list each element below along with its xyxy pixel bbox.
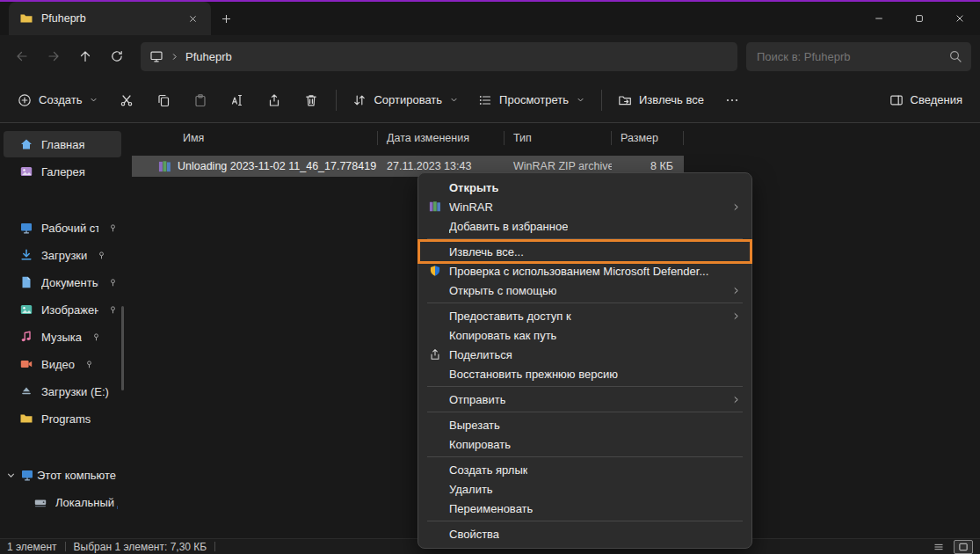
sidebar-item-label: Локальный ди	[55, 496, 118, 509]
sidebar-item-label: Этот компьюте	[37, 469, 116, 482]
sidebar-item-pictures[interactable]: Изображени	[4, 296, 121, 323]
back-button[interactable]	[7, 41, 37, 71]
command-bar: Создать	[0, 77, 980, 123]
extract-all-label: Извлечь все	[639, 93, 704, 106]
paste-button[interactable]	[183, 84, 218, 116]
sidebar-item-gallery[interactable]: Галерея	[4, 158, 121, 185]
context-menu: Открыть WinRAR Добавить в избранное Извл…	[417, 172, 752, 549]
search-icon	[948, 49, 962, 63]
rename-button[interactable]	[220, 84, 255, 116]
new-button[interactable]: Создать	[9, 84, 107, 116]
sidebar-item-downloads[interactable]: Загрузки	[4, 242, 121, 268]
this-pc-icon	[20, 468, 34, 482]
sidebar-item-documents[interactable]: Документы	[4, 269, 121, 295]
menu-item-label: Проверка с использованием Microsoft Defe…	[449, 265, 708, 278]
tab-close-button[interactable]	[181, 8, 204, 29]
view-list-icon	[478, 93, 492, 107]
sort-button[interactable]: Сортировать	[344, 84, 468, 116]
column-header-date[interactable]: Дата изменения	[378, 127, 505, 149]
menu-item-copy-as-path[interactable]: Копировать как путь	[418, 325, 751, 345]
sidebar-item-local-disk[interactable]: Локальный ди	[4, 489, 121, 515]
share-button[interactable]	[257, 84, 292, 116]
menu-item-create-shortcut[interactable]: Создать ярлык	[418, 460, 751, 479]
column-header-name[interactable]: Имя	[132, 127, 378, 149]
status-separator	[214, 542, 215, 551]
window-controls	[859, 2, 980, 35]
forward-arrow-icon	[47, 49, 61, 63]
status-separator	[65, 542, 66, 551]
details-view-button[interactable]	[929, 540, 948, 554]
chevron-down-icon	[89, 95, 98, 105]
sidebar-item-this-pc[interactable]: Этот компьюте	[4, 462, 121, 488]
sidebar-item-desktop[interactable]: Рабочий сто	[4, 215, 121, 241]
sidebar-item-videos[interactable]: Видео	[4, 351, 121, 377]
menu-item-scan-with-defender[interactable]: Проверка с использованием Microsoft Defe…	[418, 261, 751, 281]
menu-item-copy[interactable]: Копировать	[418, 434, 751, 454]
file-type: WinRAR ZIP archive	[505, 160, 612, 172]
downloads-icon	[19, 248, 33, 262]
menu-item-send-to[interactable]: Отправить	[418, 390, 751, 409]
documents-icon	[19, 275, 33, 289]
maximize-button[interactable]	[899, 2, 940, 35]
file-name-cell: Unloading 2023-11-02 11_46_17.778419	[132, 160, 378, 173]
menu-item-properties[interactable]: Свойства	[418, 524, 751, 543]
menu-item-give-access-to[interactable]: Предоставить доступ к	[418, 306, 751, 325]
menu-item-open-with[interactable]: Открыть с помощью	[418, 281, 751, 300]
sidebar-item-music[interactable]: Музыка	[4, 324, 121, 350]
sidebar-item-label: Изображени	[41, 303, 98, 317]
submenu-chevron-icon	[731, 286, 741, 295]
minimize-button[interactable]	[859, 2, 899, 35]
forward-button[interactable]	[39, 41, 69, 71]
menu-item-winrar[interactable]: WinRAR	[418, 197, 751, 216]
toolbar-separator	[601, 90, 602, 111]
search-box[interactable]	[746, 42, 971, 71]
close-button[interactable]	[940, 2, 980, 35]
this-pc-icon	[149, 49, 163, 63]
up-button[interactable]	[70, 41, 100, 71]
menu-item-cut[interactable]: Вырезать	[418, 415, 751, 434]
menu-item-rename[interactable]: Переименовать	[418, 499, 751, 518]
sidebar-scrollbar[interactable]	[121, 306, 124, 390]
menu-item-delete[interactable]: Удалить	[418, 479, 751, 499]
sidebar-item-programs[interactable]: Programs	[4, 405, 121, 432]
menu-item-label: Свойства	[449, 528, 499, 541]
details-pane-button[interactable]: Сведения	[881, 84, 971, 116]
submenu-chevron-icon	[731, 202, 741, 212]
menu-item-restore-previous-version[interactable]: Восстановить прежнюю версию	[418, 364, 751, 383]
refresh-button[interactable]	[102, 41, 132, 71]
plus-icon	[221, 13, 232, 25]
menu-item-open[interactable]: Открыть	[418, 178, 751, 197]
file-date: 27.11.2023 13:43	[378, 160, 505, 172]
search-input[interactable]	[755, 49, 948, 64]
column-label: Дата изменения	[387, 132, 469, 144]
thumbnail-view-button[interactable]	[954, 540, 973, 554]
view-button[interactable]: Просмотреть	[469, 84, 594, 116]
address-bar[interactable]: Pfuheprb	[141, 42, 737, 71]
sidebar-item-home[interactable]: Главная	[4, 131, 121, 157]
cut-button[interactable]	[109, 84, 144, 116]
menu-item-extract-all[interactable]: Извлечь все...	[418, 242, 751, 261]
view-button-label: Просмотреть	[499, 93, 569, 106]
copy-button[interactable]	[146, 84, 181, 116]
new-tab-button[interactable]	[211, 8, 241, 29]
explorer-tab[interactable]: Pfuheprb	[9, 2, 211, 35]
menu-item-label: Поделиться	[449, 348, 512, 361]
sidebar-gap	[4, 186, 121, 214]
delete-button[interactable]	[294, 84, 329, 116]
extract-all-button[interactable]: Извлечь все	[609, 84, 713, 116]
status-view-toggles	[929, 540, 973, 554]
menu-item-share[interactable]: Поделиться	[418, 345, 751, 364]
folder-icon	[19, 412, 33, 426]
menu-separator	[427, 412, 743, 412]
sidebar-item-downloads-e[interactable]: Загрузки (E:)	[4, 378, 121, 405]
column-header-type[interactable]: Тип	[505, 127, 612, 149]
menu-item-label: Добавить в избранное	[449, 220, 568, 233]
menu-separator	[427, 303, 743, 303]
refresh-icon	[110, 49, 124, 63]
column-header-size[interactable]: Размер	[612, 127, 684, 149]
navigation-bar: Pfuheprb	[0, 35, 980, 77]
titlebar: Pfuheprb	[0, 2, 980, 35]
menu-item-add-to-favorites[interactable]: Добавить в избранное	[418, 216, 751, 236]
more-options-button[interactable]	[715, 84, 750, 116]
trash-icon	[304, 93, 318, 107]
